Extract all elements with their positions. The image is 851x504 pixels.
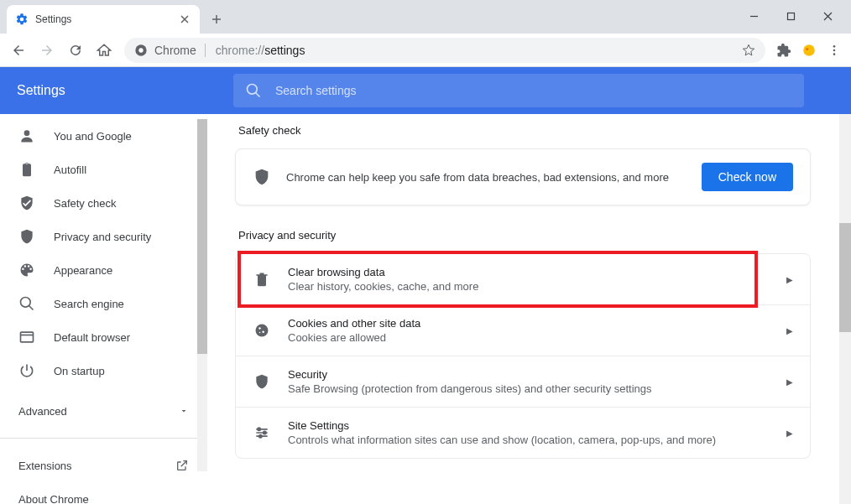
sidebar-divider: [0, 438, 207, 439]
window-close-button[interactable]: [809, 3, 846, 29]
clear-browsing-data-row[interactable]: Clear browsing data Clear history, cooki…: [236, 254, 810, 305]
sidebar-item-label: Search engine: [54, 298, 124, 310]
sidebar-item-appearance[interactable]: Appearance: [0, 253, 207, 287]
sidebar-item-default-browser[interactable]: Default browser: [0, 320, 207, 354]
new-tab-button[interactable]: [205, 8, 228, 31]
chrome-icon: [134, 44, 148, 57]
sidebar-item-label: Privacy and security: [54, 231, 151, 243]
privacy-security-card: Clear browsing data Clear history, cooki…: [235, 253, 811, 459]
svg-point-5: [833, 45, 836, 48]
svg-point-10: [21, 298, 31, 308]
svg-point-9: [24, 130, 30, 136]
svg-point-17: [264, 431, 266, 434]
gear-icon: [15, 13, 29, 26]
reload-button[interactable]: [62, 37, 89, 64]
extension-button[interactable]: [797, 39, 821, 62]
home-button[interactable]: [91, 37, 117, 64]
close-icon[interactable]: [178, 13, 191, 26]
search-input[interactable]: [275, 84, 792, 97]
settings-header: Settings: [0, 67, 851, 114]
settings-main-content: Safety check Chrome can help keep you sa…: [208, 114, 851, 504]
shield-icon: [253, 168, 271, 186]
row-subtitle: Safe Browsing (protection from dangerous…: [288, 382, 770, 395]
main-scrollbar-thumb[interactable]: [839, 223, 851, 332]
sidebar-extensions-link[interactable]: Extensions: [0, 449, 207, 482]
shield-icon: [18, 228, 35, 245]
row-subtitle: Cookies are allowed: [288, 331, 770, 344]
sidebar-item-privacy-security[interactable]: Privacy and security: [0, 220, 207, 253]
search-icon: [245, 82, 262, 99]
row-title: Clear browsing data: [288, 266, 770, 278]
sidebar-advanced-toggle[interactable]: Advanced: [0, 394, 207, 428]
search-settings-box[interactable]: [233, 74, 804, 107]
open-external-icon: [175, 459, 189, 472]
sidebar-about-chrome[interactable]: About Chrome: [0, 482, 207, 504]
url-host: chrome://: [216, 44, 264, 57]
sidebar-item-on-startup[interactable]: On startup: [0, 354, 207, 387]
settings-sidebar: You and Google Autofill Safety check Pri…: [0, 114, 208, 504]
cookies-row[interactable]: Cookies and other site data Cookies are …: [236, 305, 810, 356]
svg-point-6: [833, 49, 836, 51]
chevron-right-icon: ▶: [786, 275, 793, 284]
minimize-button[interactable]: [735, 3, 772, 29]
shield-icon: [253, 372, 271, 391]
row-title: Cookies and other site data: [288, 317, 770, 330]
browser-window-icon: [18, 329, 35, 346]
sidebar-item-autofill[interactable]: Autofill: [0, 153, 207, 186]
bookmark-star-icon[interactable]: [742, 44, 755, 57]
svg-point-7: [833, 53, 836, 55]
row-title: Site Settings: [288, 419, 770, 432]
browser-toolbar: Chrome chrome://settings: [0, 34, 851, 67]
window-controls: [735, 3, 846, 29]
row-title: Security: [288, 368, 770, 381]
window-titlebar: Settings: [0, 0, 851, 34]
sidebar-item-label: Appearance: [54, 264, 112, 277]
address-bar[interactable]: Chrome chrome://settings: [124, 38, 765, 63]
forward-button[interactable]: [34, 37, 60, 64]
chevron-down-icon: [179, 406, 189, 416]
svg-point-12: [256, 325, 269, 337]
chevron-right-icon: ▶: [786, 429, 793, 438]
sidebar-item-search-engine[interactable]: Search engine: [0, 287, 207, 320]
sidebar-scrollbar-thumb[interactable]: [197, 119, 207, 354]
safety-check-card: Chrome can help keep you safe from data …: [235, 148, 811, 205]
url-scheme-label: Chrome: [154, 44, 206, 57]
sidebar-item-label: On startup: [54, 365, 105, 377]
safety-check-title: Safety check: [238, 124, 811, 137]
back-button[interactable]: [5, 37, 32, 64]
svg-point-2: [138, 48, 143, 52]
svg-point-15: [259, 332, 261, 334]
page-title: Settings: [17, 83, 217, 98]
cookie-icon: [253, 321, 271, 340]
shield-check-icon: [18, 195, 35, 211]
svg-point-16: [258, 428, 260, 430]
trash-icon: [253, 270, 271, 288]
sliders-icon: [253, 423, 271, 442]
sidebar-item-label: You and Google: [54, 130, 132, 143]
svg-rect-0: [787, 13, 794, 19]
chevron-right-icon: ▶: [786, 326, 793, 335]
tab-title: Settings: [35, 13, 171, 25]
site-settings-row[interactable]: Site Settings Controls what information …: [236, 408, 810, 458]
advanced-label: Advanced: [18, 405, 67, 418]
maximize-button[interactable]: [772, 3, 809, 29]
svg-point-3: [803, 44, 815, 56]
sidebar-item-you-and-google[interactable]: You and Google: [0, 119, 207, 153]
svg-point-14: [262, 330, 264, 333]
svg-point-8: [248, 85, 258, 95]
svg-point-13: [258, 327, 261, 330]
chevron-right-icon: ▶: [786, 377, 793, 387]
sidebar-item-label: Safety check: [54, 197, 116, 210]
browser-tab[interactable]: Settings: [7, 5, 200, 34]
menu-button[interactable]: [822, 39, 846, 62]
extensions-puzzle-icon[interactable]: [772, 39, 796, 62]
person-icon: [18, 127, 35, 144]
clipboard-icon: [18, 161, 35, 178]
sidebar-item-label: Default browser: [54, 331, 130, 344]
safety-check-description: Chrome can help keep you safe from data …: [286, 171, 687, 184]
sidebar-item-safety-check[interactable]: Safety check: [0, 186, 207, 220]
security-row[interactable]: Security Safe Browsing (protection from …: [236, 356, 810, 408]
about-label: About Chrome: [18, 493, 89, 505]
check-now-button[interactable]: Check now: [702, 163, 793, 191]
privacy-security-title: Privacy and security: [238, 229, 811, 242]
